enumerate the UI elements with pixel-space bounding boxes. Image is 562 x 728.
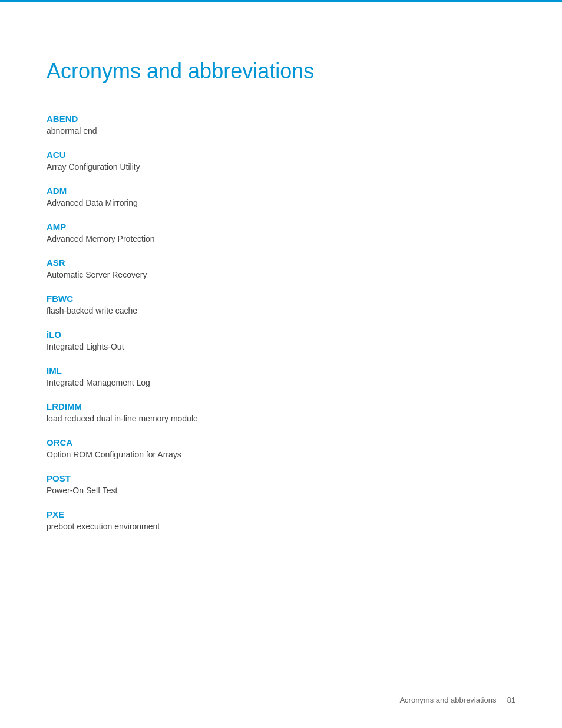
acronym-term: POST (47, 473, 515, 483)
acronym-definition: Advanced Data Mirroring (47, 198, 515, 207)
acronym-definition: Array Configuration Utility (47, 162, 515, 172)
acronym-definition: flash-backed write cache (47, 306, 515, 315)
acronym-term: ACU (47, 150, 515, 160)
acronym-term: iLO (47, 330, 515, 340)
page-number: 81 (507, 696, 515, 704)
acronym-entry: AMPAdvanced Memory Protection (47, 222, 515, 243)
acronym-entry: LRDIMMload reduced dual in-line memory m… (47, 401, 515, 423)
acronym-definition: Advanced Memory Protection (47, 234, 515, 243)
page-title: Acronyms and abbreviations (47, 59, 515, 90)
acronym-entry: ACUArray Configuration Utility (47, 150, 515, 172)
footer-separator (498, 696, 505, 704)
acronym-definition: load reduced dual in-line memory module (47, 414, 515, 423)
acronym-entry: iLOIntegrated Lights-Out (47, 330, 515, 351)
acronym-entry: ABENDabnormal end (47, 114, 515, 136)
acronym-entry: ASRAutomatic Server Recovery (47, 258, 515, 279)
acronym-entry: ORCAOption ROM Configuration for Arrays (47, 437, 515, 459)
acronym-list: ABENDabnormal endACUArray Configuration … (47, 114, 515, 531)
page-container: Acronyms and abbreviations ABENDabnormal… (0, 0, 562, 728)
acronym-entry: POSTPower-On Self Test (47, 473, 515, 495)
top-border (0, 0, 562, 2)
acronym-entry: ADMAdvanced Data Mirroring (47, 186, 515, 207)
acronym-term: ADM (47, 186, 515, 196)
footer-text: Acronyms and abbreviations (399, 696, 496, 704)
acronym-term: ORCA (47, 437, 515, 447)
acronym-entry: PXEpreboot execution environment (47, 509, 515, 531)
acronym-definition: Integrated Lights-Out (47, 342, 515, 351)
acronym-entry: IMLIntegrated Management Log (47, 365, 515, 387)
acronym-definition: Option ROM Configuration for Arrays (47, 450, 515, 459)
acronym-definition: Automatic Server Recovery (47, 270, 515, 279)
acronym-term: FBWC (47, 294, 515, 304)
acronym-term: LRDIMM (47, 401, 515, 411)
acronym-definition: Integrated Management Log (47, 378, 515, 387)
page-footer: Acronyms and abbreviations 81 (399, 696, 515, 704)
acronym-term: AMP (47, 222, 515, 232)
acronym-definition: preboot execution environment (47, 522, 515, 531)
acronym-definition: abnormal end (47, 126, 515, 136)
acronym-term: PXE (47, 509, 515, 519)
acronym-definition: Power-On Self Test (47, 486, 515, 495)
acronym-entry: FBWCflash-backed write cache (47, 294, 515, 315)
acronym-term: IML (47, 365, 515, 375)
acronym-term: ABEND (47, 114, 515, 124)
acronym-term: ASR (47, 258, 515, 268)
